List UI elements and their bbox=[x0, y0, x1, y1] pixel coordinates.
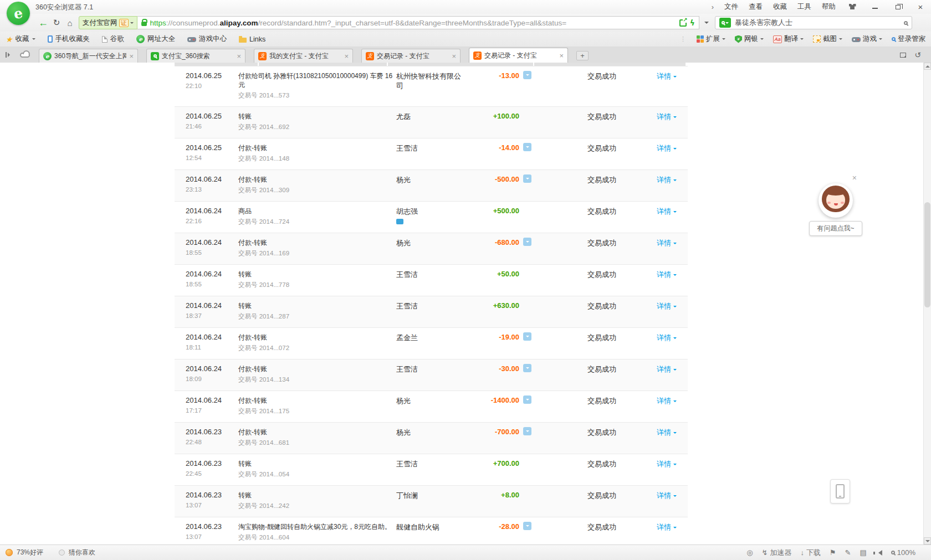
detail-link[interactable]: 详情 bbox=[657, 143, 677, 153]
detail-link[interactable]: 详情 bbox=[657, 175, 677, 185]
detail-link[interactable]: 详情 bbox=[657, 238, 677, 248]
back-button[interactable]: ← bbox=[37, 17, 50, 29]
tshirt-icon bbox=[849, 4, 856, 9]
tab-alipay-search[interactable]: 支付宝_360搜索× bbox=[146, 49, 245, 63]
reading-mode-icon[interactable]: ▤ bbox=[860, 548, 866, 557]
speaker-icon[interactable] bbox=[876, 550, 882, 556]
tab-close-icon[interactable]: × bbox=[129, 52, 134, 60]
chat-close-button[interactable]: × bbox=[852, 173, 857, 182]
scroll-up-button[interactable] bbox=[924, 63, 931, 70]
sidebar-expand-icon[interactable] bbox=[6, 52, 12, 58]
detail-link[interactable]: 详情 bbox=[657, 71, 677, 81]
share-icon[interactable] bbox=[679, 19, 687, 27]
vertical-scrollbar[interactable] bbox=[923, 63, 931, 544]
tab-close-icon[interactable]: × bbox=[344, 52, 349, 60]
bookmark-mobile-favorites[interactable]: 手机收藏夹 bbox=[48, 34, 90, 44]
detail-link[interactable]: 详情 bbox=[657, 396, 677, 406]
amount-dropdown-button[interactable] bbox=[523, 332, 531, 341]
amount-dropdown-button[interactable] bbox=[523, 143, 531, 151]
skin-button[interactable] bbox=[846, 3, 858, 11]
speed-lightning-icon[interactable]: ϟ bbox=[690, 18, 695, 27]
menu-favorites[interactable]: 收藏 bbox=[773, 2, 787, 12]
mobile-qr-button[interactable] bbox=[830, 479, 850, 504]
home-button[interactable]: ⌂ bbox=[63, 18, 76, 28]
refresh-button[interactable]: ↻ bbox=[50, 18, 63, 28]
detail-link[interactable]: 详情 bbox=[657, 491, 677, 501]
restore-button[interactable] bbox=[892, 3, 904, 11]
menu-file[interactable]: 文件 bbox=[724, 2, 738, 12]
new-tab-button[interactable]: + bbox=[576, 51, 589, 60]
cloud-sync-icon[interactable] bbox=[20, 53, 30, 58]
address-input[interactable]: https://consumeprod.alipay.com/record/st… bbox=[137, 16, 700, 29]
screenshot-button[interactable]: 截图 bbox=[813, 34, 842, 44]
tab-transactions[interactable]: 交易记录 - 支付宝× bbox=[361, 49, 461, 63]
tab-my-alipay[interactable]: 我的支付宝 - 支付宝× bbox=[254, 49, 353, 63]
tab-close-icon[interactable]: × bbox=[452, 52, 456, 60]
online-banking-button[interactable]: 网银 bbox=[735, 34, 764, 44]
scroll-down-button[interactable] bbox=[924, 537, 931, 544]
menu-expander-icon[interactable]: › bbox=[712, 3, 714, 11]
tab-close-icon[interactable]: × bbox=[237, 52, 241, 60]
wheel-icon[interactable]: ◎ bbox=[746, 548, 753, 557]
url-dropdown-button[interactable] bbox=[699, 16, 714, 30]
zoom-control[interactable]: 100% bbox=[891, 548, 915, 557]
amount-dropdown-button[interactable] bbox=[523, 427, 531, 435]
bookmark-links[interactable]: Links bbox=[239, 35, 265, 43]
login-manager-button[interactable]: 登录管家 bbox=[892, 34, 925, 44]
bookmark-game-center[interactable]: 游戏中心 bbox=[187, 34, 227, 44]
tab-360nav[interactable]: 360导航_新一代安全上网导航× bbox=[39, 49, 138, 63]
detail-link[interactable]: 详情 bbox=[657, 112, 677, 122]
scrollbar-thumb[interactable] bbox=[924, 202, 930, 307]
detail-link[interactable]: 详情 bbox=[657, 522, 677, 532]
chat-avatar[interactable] bbox=[819, 183, 853, 218]
detail-link[interactable]: 详情 bbox=[657, 207, 677, 217]
accelerator-button[interactable]: ↯加速器 bbox=[761, 548, 791, 558]
txn-date-cell: 2014.06.24 18:11 bbox=[186, 333, 238, 351]
guess-you-like[interactable]: 猜你喜欢 bbox=[69, 548, 95, 557]
chevron-down-icon bbox=[673, 306, 677, 309]
amount-dropdown-button[interactable] bbox=[523, 395, 531, 404]
tab-bar: 360导航_新一代安全上网导航× 支付宝_360搜索× 我的支付宝 - 支付宝×… bbox=[0, 47, 931, 63]
amount-dropdown-button[interactable] bbox=[523, 364, 531, 372]
detail-link[interactable]: 详情 bbox=[657, 428, 677, 438]
minimize-button[interactable] bbox=[869, 3, 881, 11]
search-submit-icon[interactable] bbox=[904, 21, 908, 25]
txn-amount: -28.00 bbox=[499, 522, 519, 531]
bookmark-360-sites[interactable]: 网址大全 bbox=[136, 34, 175, 44]
tab-transactions-active[interactable]: 交易记录 - 支付宝× bbox=[469, 48, 568, 63]
detail-link[interactable]: 详情 bbox=[657, 459, 677, 469]
bookmark-google[interactable]: 谷歌 bbox=[102, 34, 124, 44]
rating-text[interactable]: 73%好评 bbox=[17, 548, 43, 557]
chat-bubble[interactable]: 有问题点我~ bbox=[809, 221, 862, 236]
amount-dropdown-button[interactable] bbox=[523, 238, 531, 246]
amount-dropdown-button[interactable] bbox=[523, 71, 531, 79]
close-button[interactable] bbox=[914, 2, 927, 12]
tab-list-icon[interactable] bbox=[900, 53, 906, 58]
amount-dropdown-button[interactable] bbox=[523, 522, 531, 530]
reopen-closed-tab-icon[interactable]: ↺ bbox=[914, 50, 921, 59]
menu-view[interactable]: 查看 bbox=[749, 2, 763, 12]
chevron-down-icon bbox=[673, 76, 677, 79]
menu-tools[interactable]: 工具 bbox=[797, 2, 811, 12]
flag-icon[interactable]: ⚑ bbox=[830, 548, 836, 557]
detail-link[interactable]: 详情 bbox=[657, 270, 677, 280]
edit-icon[interactable]: ✎ bbox=[845, 548, 851, 557]
search-query[interactable]: 暴徒杀害宗教人士 bbox=[735, 18, 900, 28]
menu-help[interactable]: 帮助 bbox=[822, 2, 836, 12]
detail-link[interactable]: 详情 bbox=[657, 364, 677, 374]
download-button[interactable]: ↓下载 bbox=[800, 548, 821, 558]
browser-logo-icon[interactable]: e bbox=[7, 2, 30, 25]
site-identity-chip[interactable]: 支付宝官网 证 bbox=[79, 16, 137, 29]
extensions-button[interactable]: 扩展 bbox=[697, 34, 725, 44]
tab-close-icon[interactable]: × bbox=[559, 52, 564, 60]
detail-link[interactable]: 详情 bbox=[657, 301, 677, 311]
amount-dropdown-button[interactable] bbox=[523, 174, 531, 183]
party-contact-icon[interactable] bbox=[396, 219, 403, 224]
bookmark-favorites[interactable]: ★收藏 bbox=[6, 34, 35, 44]
translate-button[interactable]: 翻译 bbox=[773, 34, 804, 44]
search-engine-button[interactable] bbox=[719, 18, 731, 28]
games-button[interactable]: 游戏 bbox=[852, 34, 882, 44]
detail-link[interactable]: 详情 bbox=[657, 333, 677, 343]
search-box[interactable]: 暴徒杀害宗教人士 bbox=[715, 16, 912, 29]
txn-time: 18:55 bbox=[186, 281, 238, 287]
